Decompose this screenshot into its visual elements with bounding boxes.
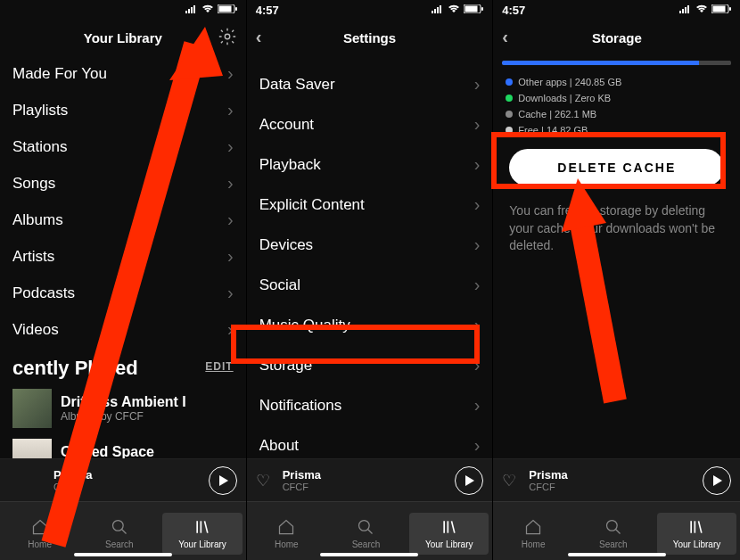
library-item-playlists[interactable]: Playlists› (0, 92, 246, 128)
svg-line-9 (121, 530, 126, 534)
svg-point-7 (225, 34, 230, 39)
settings-item-social[interactable]: Social› (247, 265, 493, 305)
chevron-right-icon: › (227, 100, 234, 120)
play-button[interactable] (209, 466, 237, 495)
page-title: Settings (343, 30, 396, 45)
library-item-label: Podcasts (12, 284, 75, 302)
now-playing-bar[interactable]: ♡ Prisma CFCF (247, 458, 493, 501)
chevron-right-icon: › (474, 435, 481, 456)
library-item-label: Songs (12, 175, 55, 193)
edit-link[interactable]: EDIT (205, 360, 233, 373)
library-item-label: Videos (12, 321, 59, 339)
library-item-stations[interactable]: Stations› (0, 128, 246, 165)
chevron-right-icon: › (474, 275, 481, 295)
settings-item-label: Playback (259, 156, 321, 174)
settings-item-label: Data Saver (259, 76, 335, 94)
legend-row: Downloads | Zero KB (506, 90, 728, 106)
tab-library[interactable]: Your Library (162, 513, 242, 555)
library-item-made-for-you[interactable]: Made For You› (0, 55, 246, 92)
legend-label: Free | 14.82 GB (518, 125, 588, 136)
heart-icon[interactable]: ♡ (502, 471, 520, 490)
storage-legend: Other apps | 240.85 GBDownloads | Zero K… (493, 74, 740, 138)
wifi-icon (448, 4, 460, 16)
tab-search[interactable]: Search (326, 518, 406, 549)
tab-home[interactable]: Home (493, 518, 573, 549)
chevron-right-icon: › (227, 319, 234, 340)
status-time: 4:57 (256, 4, 279, 17)
library-content: Made For You›Playlists›Stations›Songs›Al… (0, 55, 246, 458)
play-button[interactable] (455, 466, 483, 495)
settings-item-account[interactable]: Account› (247, 104, 493, 144)
np-track: Prisma (283, 468, 447, 482)
tab-home[interactable]: Home (247, 518, 326, 549)
now-playing-bar[interactable]: Prisma CFCF (0, 458, 246, 501)
svg-rect-19 (481, 7, 483, 11)
tab-search[interactable]: Search (573, 518, 654, 549)
chevron-right-icon: › (474, 315, 481, 335)
legend-dot (506, 95, 513, 102)
play-button[interactable] (703, 466, 731, 495)
screen-storage: 4:57 ‹ Storage Other apps | 240.85 GBDow… (493, 0, 740, 560)
now-playing-bar[interactable]: ♡ Prisma CFCF (493, 458, 740, 501)
chevron-right-icon: › (227, 246, 234, 267)
library-item-label: Artists (12, 248, 54, 266)
svg-rect-5 (218, 6, 231, 12)
settings-item-devices[interactable]: Devices› (247, 225, 493, 265)
settings-gear-icon[interactable] (218, 27, 237, 49)
album-art (12, 439, 52, 458)
svg-point-20 (359, 521, 370, 531)
screen-library: Your Library Made For You›Playlists›Stat… (0, 0, 247, 560)
status-bar: 4:57 (493, 0, 740, 20)
album-title: Driftless Ambient I (61, 394, 186, 410)
album-title: Closed Space (61, 444, 154, 458)
back-chevron-icon[interactable]: ‹ (502, 27, 508, 47)
svg-rect-1 (188, 9, 190, 13)
delete-cache-button[interactable]: DELETE CACHE (509, 149, 724, 186)
battery-icon (464, 4, 483, 16)
svg-line-24 (451, 521, 454, 532)
svg-point-32 (606, 521, 617, 531)
chevron-right-icon: › (474, 114, 481, 135)
settings-item-music-quality[interactable]: Music Quality› (247, 305, 493, 345)
library-item-artists[interactable]: Artists› (0, 238, 246, 275)
settings-item-playback[interactable]: Playback› (247, 144, 493, 185)
back-chevron-icon[interactable]: ‹ (256, 27, 262, 47)
svg-rect-2 (191, 7, 193, 13)
library-item-videos[interactable]: Videos› (0, 311, 246, 348)
home-indicator[interactable] (568, 553, 666, 556)
svg-rect-27 (685, 7, 687, 13)
svg-rect-28 (687, 5, 689, 13)
nav-header: ‹ Storage (493, 20, 740, 55)
chevron-right-icon: › (474, 194, 481, 215)
chevron-right-icon: › (474, 395, 481, 416)
chevron-right-icon: › (227, 136, 234, 157)
library-item-songs[interactable]: Songs› (0, 165, 246, 202)
home-indicator[interactable] (74, 553, 172, 556)
svg-point-8 (112, 521, 123, 531)
home-indicator[interactable] (320, 553, 418, 556)
recent-item[interactable]: Closed SpaceAlbum • by CFCF (0, 433, 246, 458)
tab-library[interactable]: Your Library (409, 513, 489, 555)
chevron-right-icon: › (474, 74, 481, 95)
svg-line-36 (699, 521, 702, 532)
album-art (12, 389, 52, 428)
chevron-right-icon: › (227, 63, 234, 84)
tab-library[interactable]: Your Library (657, 513, 737, 555)
heart-icon[interactable]: ♡ (256, 471, 274, 490)
chevron-right-icon: › (227, 283, 234, 303)
tab-search[interactable]: Search (79, 518, 159, 549)
settings-item-storage[interactable]: Storage› (247, 345, 493, 385)
legend-label: Other apps | 240.85 GB (518, 77, 621, 87)
recent-item[interactable]: Driftless Ambient IAlbum • by CFCF (0, 383, 246, 433)
battery-icon (218, 4, 237, 16)
chevron-right-icon: › (227, 173, 234, 194)
settings-item-explicit-content[interactable]: Explicit Content› (247, 185, 493, 225)
library-item-podcasts[interactable]: Podcasts› (0, 275, 246, 311)
svg-line-33 (615, 530, 620, 534)
tab-home[interactable]: Home (0, 518, 79, 549)
settings-item-about[interactable]: About› (247, 425, 493, 458)
library-item-albums[interactable]: Albums› (0, 202, 246, 238)
settings-item-notifications[interactable]: Notifications› (247, 385, 493, 425)
settings-item-data-saver[interactable]: Data Saver› (247, 64, 493, 104)
nav-header: Your Library (0, 20, 246, 55)
